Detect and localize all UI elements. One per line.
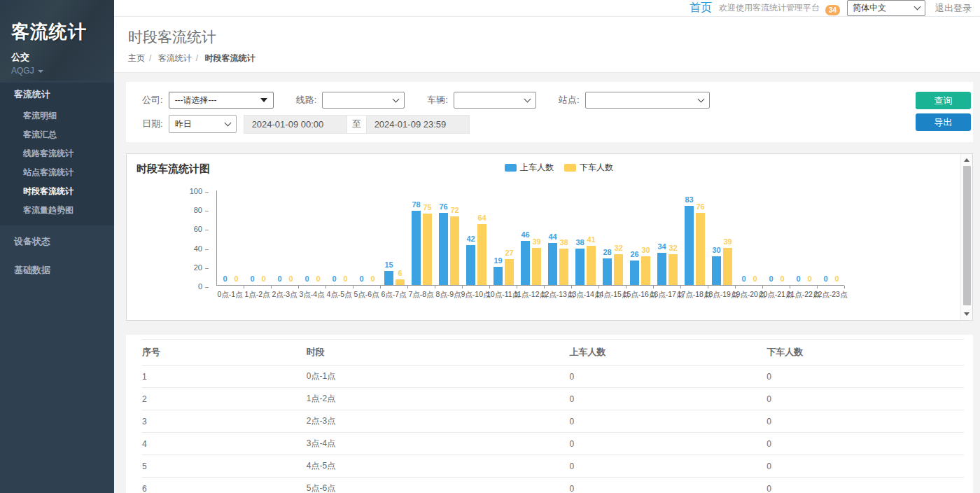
bar: 44 [548,243,557,285]
bar-value-label: 0 [780,275,784,283]
bar-value-label: 0 [223,275,227,283]
table-row: 32点-3点00 [142,410,964,433]
export-button[interactable]: 导出 [916,113,971,131]
bar-value-label: 15 [384,261,393,269]
date-to-input[interactable]: 2024-01-09 23:59 [366,115,470,134]
breadcrumb-current: 时段客流统计 [204,53,255,63]
date-preset-select[interactable]: 昨日 [169,115,237,133]
org-name: 公交 [11,51,103,64]
vehicle-select[interactable] [454,92,536,109]
sidebar-subitem[interactable]: 客流汇总 [0,125,114,144]
scrollbar-thumb[interactable] [963,166,971,305]
content-area: 公司: ---请选择--- 线路: 车辆: 站点: [114,73,980,493]
sidebar-subitem[interactable]: 客流量趋势图 [0,201,114,220]
breadcrumb-section[interactable]: 客流统计 [158,53,192,63]
org-code-dropdown[interactable]: AQGJ [11,66,103,76]
table-row: 65点-6点00 [142,478,964,493]
bar: 83 [685,206,694,285]
welcome-text: 欢迎使用客流统计管理平台 [719,2,820,14]
chart-category: 00 [272,190,299,285]
sidebar-item-device-status[interactable]: 设备状态 [0,229,114,254]
legend-item[interactable]: 上车人数 [505,162,554,174]
table-cell: 4 [142,433,307,455]
bar: 72 [450,216,459,285]
chart-category: 00 [736,190,763,285]
bar-value-label: 0 [370,275,374,283]
date-from-input[interactable]: 2024-01-09 00:00 [244,115,347,134]
x-axis-label: 8点-9点 [435,290,462,300]
x-axis-label: 22点-23点 [817,290,844,300]
bar: 39 [723,248,732,285]
chart-category: 4264 [463,190,490,285]
bar: 76 [439,213,448,285]
line-label: 线路: [296,94,317,106]
table-panel: 序号 时段 上车人数 下车人数 10点-1点0021点-2点0032点-3点00… [126,335,973,493]
scroll-up-icon[interactable] [964,158,969,162]
x-axis-label: 10点-11点 [489,290,517,300]
bar-value-label: 0 [823,275,827,283]
filter-panel: 公司: ---请选择--- 线路: 车辆: 站点: [126,82,973,142]
legend-label: 下车人数 [580,162,613,174]
bar-value-label: 19 [493,256,502,265]
table-cell: 0 [569,410,766,433]
language-select[interactable]: 简体中文 [847,0,925,16]
bar: 26 [630,261,639,285]
notification-badge[interactable]: 34 [825,5,840,15]
sidebar-subitem[interactable]: 线路客流统计 [0,144,114,163]
sidebar-item-passenger-stats[interactable]: 客流统计 [0,83,114,106]
legend-swatch-icon [564,164,576,172]
chart-category: 3039 [708,190,736,285]
bar: 78 [412,211,421,285]
company-select[interactable]: ---请选择--- [169,92,274,109]
bar: 46 [521,241,530,285]
bar-value-label: 28 [603,248,611,256]
x-axis-label: 16点-17点 [653,290,680,300]
bar-value-label: 0 [261,275,265,283]
home-link[interactable]: 首页 [690,1,712,15]
x-axis-label: 3点-4点 [298,290,326,300]
stats-table: 序号 时段 上车人数 下车人数 10点-1点0021点-2点0032点-3点00… [142,339,964,493]
sidebar-subitem[interactable]: 时段客流统计 [0,182,114,201]
table-header-row: 序号 时段 上车人数 下车人数 [142,340,964,366]
app-logo: 客流统计 [11,20,103,44]
breadcrumb: 主页/ 客流统计/ 时段客流统计 [128,53,966,64]
query-button[interactable]: 查询 [916,92,971,109]
bar: 34 [657,253,666,285]
table-cell: 0 [766,410,964,433]
table-cell: 0 [569,433,766,455]
date-range-separator: 至 [347,115,366,134]
sidebar-item-base-data[interactable]: 基础数据 [0,258,114,283]
filter-row-2: 日期: 昨日 2024-01-09 00:00 至 2024-01-09 23:… [142,115,973,133]
x-axis-label: 9点-10点 [462,290,489,300]
table-cell: 2点-3点 [307,410,570,433]
scroll-down-icon[interactable] [964,312,969,316]
chart-legend: 上车人数下车人数 [505,162,613,174]
legend-item[interactable]: 下车人数 [564,162,613,174]
chart-category: 3432 [654,190,681,285]
bar-value-label: 64 [477,214,486,222]
table-cell: 0 [766,478,964,493]
bar: 76 [696,213,705,285]
breadcrumb-home[interactable]: 主页 [128,53,145,63]
chart-category: 3841 [572,190,599,285]
station-select[interactable] [585,92,710,109]
x-axis-label: 13点-14点 [571,290,598,300]
logout-link[interactable]: 退出登录 [935,2,972,15]
filter-row-1: 公司: ---请选择--- 线路: 车辆: 站点: [142,91,973,109]
sidebar-subitem[interactable]: 客流明细 [0,106,114,125]
table-cell: 0 [766,366,964,388]
bar-value-label: 0 [796,275,800,283]
bar-value-label: 0 [234,275,238,283]
table-cell: 0 [766,388,964,410]
bar-value-label: 0 [752,275,757,283]
bar-value-label: 78 [412,200,420,209]
chart-scrollbar[interactable] [960,154,972,320]
bar: 75 [423,214,432,285]
sidebar-subitem[interactable]: 站点客流统计 [0,163,114,182]
chart-category: 8376 [681,190,708,285]
col-header-boarding: 上车人数 [569,340,766,366]
bar: 42 [466,245,475,285]
chart-plot-area: 0000000000001567875767242641927463944383… [216,190,844,286]
bar-value-label: 38 [559,238,568,246]
line-select[interactable] [322,92,405,109]
